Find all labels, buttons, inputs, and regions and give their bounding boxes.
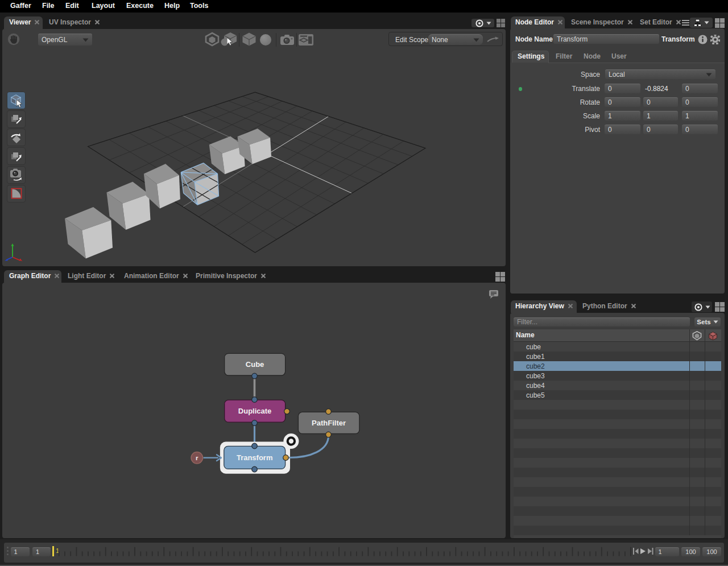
svg-text:Duplicate: Duplicate (238, 407, 272, 415)
svg-text:PathFilter: PathFilter (312, 419, 346, 427)
svg-text:Cube: Cube (246, 360, 264, 369)
svg-text:r: r (196, 455, 198, 461)
svg-text:Transform: Transform (237, 453, 273, 462)
